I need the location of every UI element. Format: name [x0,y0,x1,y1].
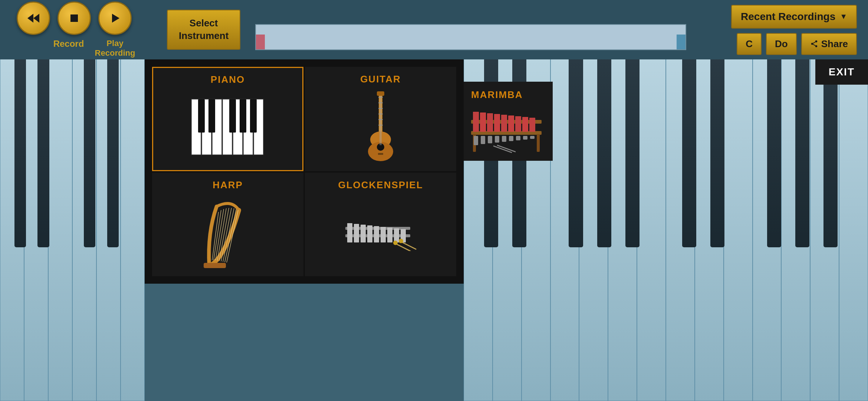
record-buttons [17,1,132,35]
svg-rect-53 [381,227,386,242]
instrument-glockenspiel[interactable]: GLOCKENSPIEL [305,173,456,276]
svg-rect-49 [354,224,359,242]
svg-rect-73 [529,118,535,132]
svg-rect-35 [378,153,383,155]
svg-rect-16 [198,99,205,133]
rewind-icon [26,11,41,26]
instrument-overlay: PIANO [145,59,464,284]
svg-rect-81 [523,136,527,140]
svg-rect-55 [394,228,399,242]
roll-marker-left [256,35,265,49]
white-keys-left [0,59,145,401]
note-do-button[interactable]: Do [766,33,797,55]
svg-rect-68 [494,114,500,132]
rewind-button[interactable] [17,1,50,35]
select-instrument-button[interactable]: SelectInstrument [167,10,240,50]
white-key[interactable] [810,59,839,401]
svg-rect-64 [537,134,540,152]
white-key[interactable] [550,59,579,401]
svg-line-44 [225,209,236,262]
white-key[interactable] [96,59,121,401]
white-key[interactable] [753,59,782,401]
svg-point-60 [399,239,403,243]
svg-line-8 [813,42,815,43]
svg-rect-65 [473,112,479,132]
right-controls: Recent Recordings ▼ C Do Share [701,5,857,55]
white-key[interactable] [48,59,72,401]
guitar-image [340,89,421,164]
svg-line-7 [813,44,815,46]
white-key[interactable] [579,59,608,401]
share-button[interactable]: Share [801,33,857,55]
white-key[interactable] [72,59,96,401]
chevron-down-icon: ▼ [840,12,847,21]
note-c-label: C [746,38,753,50]
piano-roll-bg [255,24,686,50]
harp-label: HARP [213,179,243,191]
white-key[interactable] [0,59,24,401]
svg-rect-20 [250,99,257,133]
recent-recordings-label: Recent Recordings [741,11,835,23]
exit-label: EXIT [829,66,855,78]
piano-roll-area [255,9,686,50]
svg-rect-2 [70,14,78,22]
share-label: Share [821,38,848,50]
svg-point-58 [393,241,398,245]
white-key[interactable] [839,59,868,401]
guitar-svg [366,91,395,162]
svg-rect-78 [502,136,506,142]
svg-rect-34 [377,91,384,96]
instrument-harp[interactable]: HARP [152,173,303,276]
piano-image [187,90,269,164]
white-key[interactable] [637,59,666,401]
glockenspiel-label: GLOCKENSPIEL [338,179,423,191]
svg-rect-17 [208,99,215,133]
top-bar: Record Play Recording SelectInstrument R… [0,0,868,59]
svg-rect-80 [516,136,520,140]
white-key[interactable] [24,59,48,401]
svg-rect-69 [501,115,507,132]
recent-recordings-button[interactable]: Recent Recordings ▼ [731,5,857,29]
svg-rect-18 [229,99,236,133]
svg-marker-3 [112,14,119,23]
bottom-right-btns: C Do Share [737,33,857,55]
glockenspiel-svg [343,214,418,251]
marimba-svg [471,105,545,153]
white-key[interactable] [608,59,637,401]
instrument-piano[interactable]: PIANO [152,67,303,171]
svg-rect-48 [347,223,352,242]
stop-button[interactable] [57,1,91,35]
svg-rect-82 [530,136,535,139]
svg-rect-51 [367,225,372,242]
piano-label: PIANO [211,74,245,85]
svg-point-5 [811,43,813,45]
exit-button[interactable]: EXIT [815,59,868,85]
svg-rect-19 [240,99,246,133]
instrument-guitar[interactable]: GUITAR [305,67,456,171]
svg-rect-70 [508,115,514,132]
svg-rect-52 [374,226,379,242]
roll-marker-right [677,35,685,49]
svg-rect-72 [522,117,528,132]
svg-point-4 [815,40,817,43]
white-key[interactable] [781,59,810,401]
svg-rect-76 [488,136,492,143]
svg-rect-36 [204,263,226,268]
svg-point-6 [815,45,817,48]
instruments-grid: PIANO [152,67,456,276]
play-button[interactable] [98,1,132,35]
svg-rect-77 [495,136,499,143]
white-key[interactable] [695,59,724,401]
harp-image [187,195,269,270]
instrument-marimba[interactable]: MARIMBA [464,82,553,161]
svg-rect-74 [474,136,478,145]
white-key[interactable] [666,59,695,401]
play-recording-label: Play Recording [93,39,137,58]
glockenspiel-image [340,195,421,270]
white-key[interactable] [724,59,753,401]
note-do-label: Do [775,38,788,50]
white-key[interactable] [121,59,145,401]
note-c-button[interactable]: C [737,33,762,55]
svg-rect-67 [487,113,493,132]
share-icon [810,40,818,48]
